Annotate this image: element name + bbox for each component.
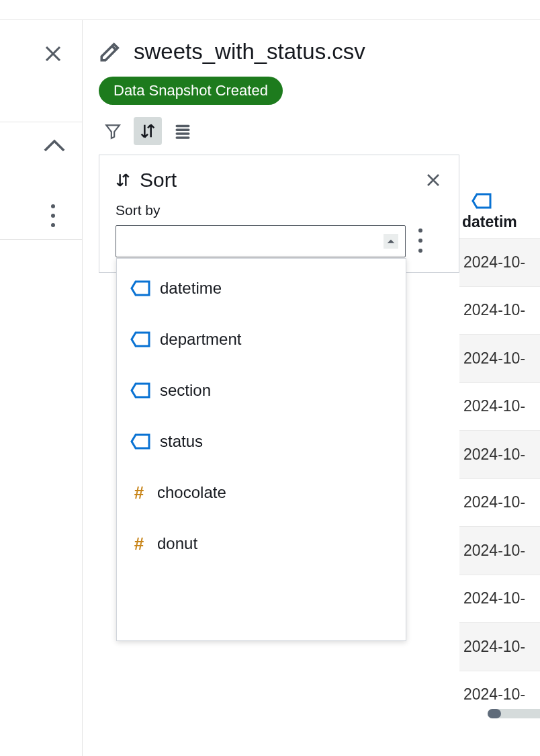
sort-panel: Sort Sort by datetimedepa (99, 155, 459, 273)
rows-view-button[interactable] (169, 117, 197, 145)
sort-icon (114, 171, 132, 189)
dropdown-option[interactable]: status (117, 416, 406, 467)
dropdown-option[interactable]: department (117, 314, 406, 365)
table-cell: 2024-10- (459, 622, 540, 671)
svg-rect-2 (176, 132, 190, 135)
column-header: datetim (462, 213, 540, 231)
sort-by-combobox[interactable]: datetimedepartmentsectionstatus#chocolat… (116, 225, 406, 257)
table-cell: 2024-10- (459, 334, 540, 382)
tag-icon (130, 382, 150, 398)
close-left-panel-button[interactable] (43, 44, 63, 64)
dropdown-option-label: department (160, 330, 241, 349)
dropdown-list[interactable]: datetimedepartmentsectionstatus#chocolat… (117, 259, 406, 640)
table-cell: 2024-10- (459, 382, 540, 431)
sort-button[interactable] (134, 117, 162, 145)
file-title: sweets_with_status.csv (134, 39, 365, 65)
svg-rect-3 (176, 136, 190, 139)
sort-field-more-button[interactable] (413, 228, 428, 253)
chevron-up-icon[interactable] (43, 138, 66, 153)
dropdown-option-label: chocolate (157, 483, 226, 502)
tag-icon (130, 433, 150, 450)
tag-icon (471, 193, 540, 209)
close-sort-panel-button[interactable] (425, 172, 441, 188)
sort-by-dropdown: datetimedepartmentsectionstatus#chocolat… (116, 258, 406, 641)
table-cell: 2024-10- (459, 478, 540, 527)
chevron-up-icon[interactable] (384, 234, 398, 249)
hash-icon: # (130, 484, 148, 501)
table-cell: 2024-10- (459, 526, 540, 575)
table-cell: 2024-10- (459, 575, 540, 623)
table-cell: 2024-10- (459, 238, 540, 286)
dropdown-option-label: donut (157, 534, 197, 553)
edit-icon[interactable] (99, 40, 122, 63)
dropdown-option[interactable]: datetime (117, 263, 406, 314)
dropdown-option-label: status (160, 432, 203, 451)
dropdown-option[interactable]: #chocolate (117, 467, 406, 518)
svg-rect-0 (176, 125, 190, 128)
more-options-button[interactable] (46, 204, 60, 227)
svg-rect-1 (176, 129, 190, 132)
dropdown-option-label: section (160, 381, 211, 400)
dropdown-option[interactable]: #donut (117, 518, 406, 569)
dropdown-option[interactable]: section (117, 365, 406, 416)
left-sidebar (0, 20, 83, 756)
tag-icon (130, 280, 150, 296)
horizontal-scrollbar[interactable] (488, 709, 540, 718)
preview-column: datetim 2024-10-2024-10-2024-10-2024-10-… (459, 176, 540, 718)
tag-icon (130, 331, 150, 347)
toolbar (99, 117, 540, 155)
sort-by-label: Sort by (116, 202, 441, 218)
sort-panel-title: Sort (140, 169, 177, 192)
status-badge: Data Snapshot Created (99, 77, 283, 105)
hash-icon: # (130, 535, 148, 552)
sort-by-input[interactable] (123, 226, 384, 257)
table-cell: 2024-10- (459, 430, 540, 478)
dropdown-option-label: datetime (160, 279, 222, 298)
table-cell: 2024-10- (459, 286, 540, 335)
filter-button[interactable] (99, 117, 127, 145)
